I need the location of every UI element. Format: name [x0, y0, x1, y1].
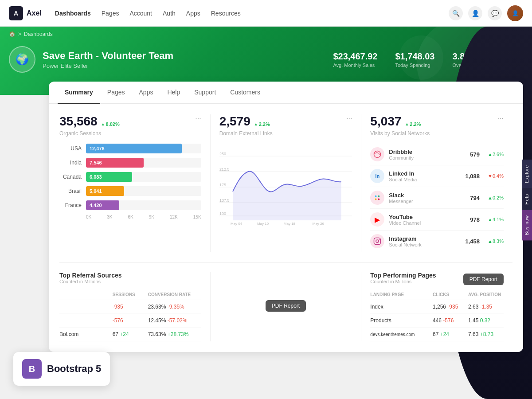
bottom-row: Top Referral Sources Counted in Millions… [59, 262, 512, 341]
metric-external-links: ··· 2,579 ▲ 2.2% Domain External Links [211, 114, 362, 252]
nav-logo: A [9, 6, 23, 20]
nav-resources[interactable]: Resources [211, 8, 241, 19]
bar-label-brasil: Brasil [59, 188, 82, 194]
search-button[interactable]: 🔍 [449, 6, 463, 20]
stat-label-sales: Avg. Monthly Sales [333, 63, 377, 68]
notifications-button[interactable]: 👤 [468, 6, 482, 20]
breadcrumb-home[interactable]: 🏠 [9, 31, 16, 37]
metric-social-networks: ··· 5,037 ▲ 2.2% Visits by Social Networ… [361, 114, 512, 252]
referral-row-3: Bol.com 67 +24 73.63% +28.73% [59, 328, 201, 341]
bar-fill-brasil: 5,041 [86, 186, 124, 196]
metric-main-links: 2,579 ▲ 2.2% [219, 114, 346, 129]
buy-now-button[interactable]: Buy now [522, 210, 532, 240]
stat-label-7days: 7 Days [500, 63, 523, 68]
tab-apps[interactable]: Apps [132, 82, 160, 104]
svg-text:212.5: 212.5 [219, 167, 229, 172]
social-arrow: ▲ [405, 122, 409, 126]
youtube-type: Video Channel [389, 220, 466, 226]
referral-sessions-3: 67 +24 [113, 331, 148, 337]
social-more[interactable]: ··· [498, 114, 504, 122]
bar-fill-canada: 6,083 [86, 172, 132, 182]
links-badge: ▲ 2.2% [254, 121, 270, 127]
pdf-report-middle[interactable]: PDF Report [266, 300, 306, 312]
linkedin-count: 1,088 [465, 173, 480, 180]
bootstrap-icon: B [22, 359, 42, 361]
social-item-youtube: ▶ YouTube Video Channel 978 ▲4.1% [370, 209, 504, 231]
svg-text:May 10: May 10 [257, 222, 269, 226]
youtube-info: YouTube Video Channel [389, 214, 466, 226]
youtube-count: 978 [470, 216, 480, 223]
instagram-info: Instagram Social Network [389, 235, 461, 247]
team-subtitle: Power Elite Seller [43, 63, 173, 69]
stat-overall-share: 3.8% Overall Share [452, 51, 482, 68]
svg-text:100: 100 [219, 211, 226, 216]
metrics-row: ··· 35,568 ▲ 8.02% Organic Sessions USA … [59, 114, 512, 252]
bar-label-india: India [59, 160, 82, 166]
page-pos-3: 7.63 +8.73 [468, 331, 504, 337]
nav-dashboards[interactable]: Dashboards [55, 8, 91, 19]
referral-rate-1: 23.63% -9.35% [148, 304, 201, 310]
pages-table-header: LANDING PAGE CLICKS AVG. POSITION [370, 289, 504, 300]
nav-brand[interactable]: A Axel [9, 6, 42, 20]
page-name-2: Products [370, 317, 433, 324]
explore-button[interactable]: Explore [522, 160, 532, 188]
tab-summary[interactable]: Summary [58, 82, 100, 104]
slack-icon [370, 191, 384, 205]
nav-pages[interactable]: Pages [102, 8, 119, 19]
header-stats: $23,467.92 Avg. Monthly Sales $1,748.03 … [333, 51, 523, 68]
card-body: ··· 35,568 ▲ 8.02% Organic Sessions USA … [49, 104, 523, 352]
col-clicks: CLICKS [433, 292, 468, 297]
brand-name: Axel [27, 9, 42, 17]
nav-apps[interactable]: Apps [186, 8, 200, 19]
nav-account[interactable]: Account [129, 8, 152, 19]
page-name-1: Index [370, 304, 433, 310]
svg-text:May 18: May 18 [283, 222, 295, 226]
dribbble-change: ▲2.6% [488, 152, 504, 157]
col-landing: LANDING PAGE [370, 292, 433, 297]
messages-button[interactable]: 💬 [488, 6, 502, 20]
linkedin-name: Linked In [389, 170, 461, 177]
svg-rect-19 [374, 238, 381, 245]
social-item-instagram: Instagram Social Network 1,458 ▲8.3% [370, 231, 504, 252]
svg-rect-16 [378, 196, 380, 197]
instagram-name: Instagram [389, 235, 461, 242]
tab-help[interactable]: Help [160, 82, 187, 104]
links-value: 2,579 [219, 114, 250, 129]
bar-track-india: 7,546 [86, 158, 201, 168]
instagram-count: 1,458 [465, 238, 480, 245]
nav-right: 🔍 👤 💬 👤 [449, 5, 523, 21]
pages-subtitle: Counted in Millions [370, 279, 436, 284]
tab-customers[interactable]: Customers [223, 82, 267, 104]
instagram-icon [370, 234, 384, 248]
bar-chart: USA 12,478 India 7,546 Canada [59, 144, 201, 219]
referral-section: Top Referral Sources Counted in Millions… [59, 272, 211, 341]
help-button[interactable]: Help [522, 188, 532, 210]
stat-label-spending: Today Spending [395, 63, 435, 68]
sessions-pct: 8.02% [106, 121, 120, 127]
breadcrumb-sep: > [18, 31, 21, 37]
tab-support[interactable]: Support [187, 82, 223, 104]
nav-auth[interactable]: Auth [163, 8, 176, 19]
svg-text:May 26: May 26 [312, 222, 324, 226]
bar-label-usa: USA [59, 145, 82, 152]
stat-today-spending: $1,748.03 Today Spending [395, 51, 435, 68]
external-links-more[interactable]: ··· [346, 114, 352, 122]
slack-type: Messenger [389, 199, 466, 204]
pdf-report-pages[interactable]: PDF Report [463, 274, 504, 285]
organic-sessions-more[interactable]: ··· [195, 114, 201, 122]
links-arrow: ▲ [254, 122, 258, 126]
pages-row-1: Index 1,256 -935 2.63 -1.35 [370, 300, 504, 314]
pages-row-2: Products 446 -576 1.45 0.32 [370, 314, 504, 328]
bar-axis: 0K 3K 6K 9K 12K 15K [59, 215, 201, 219]
sessions-value: 35,568 [59, 114, 98, 129]
metric-organic-sessions: ··· 35,568 ▲ 8.02% Organic Sessions USA … [59, 114, 211, 252]
tab-pages[interactable]: Pages [100, 82, 132, 104]
bar-row-india: India 7,546 [59, 158, 201, 168]
linkedin-icon: in [370, 169, 384, 183]
user-avatar[interactable]: 👤 [507, 5, 523, 21]
page-clicks-3: 67 +24 [433, 331, 468, 337]
bar-row-usa: USA 12,478 [59, 144, 201, 153]
stat-value-sales: $23,467.92 [333, 51, 377, 62]
referral-title: Top Referral Sources [59, 272, 122, 279]
dribbble-icon [370, 147, 384, 161]
